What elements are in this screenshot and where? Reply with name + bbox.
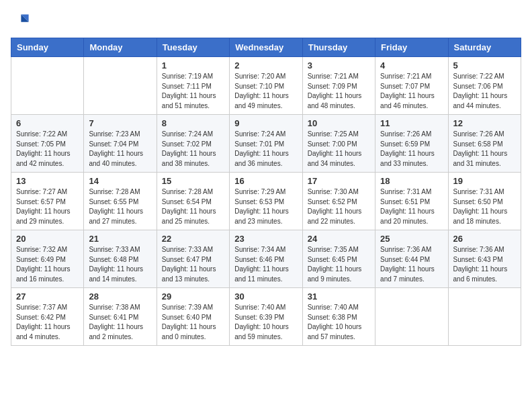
day-cell: 28Sunrise: 7:38 AMSunset: 6:41 PMDayligh… — [84, 288, 157, 346]
day-info: Sunrise: 7:26 AMSunset: 6:59 PMDaylight:… — [380, 130, 443, 169]
day-cell: 19Sunrise: 7:31 AMSunset: 6:50 PMDayligh… — [448, 173, 521, 230]
day-number: 21 — [89, 234, 151, 244]
day-info: Sunrise: 7:23 AMSunset: 7:04 PMDaylight:… — [89, 130, 151, 169]
weekday-header-sunday: Sunday — [11, 38, 84, 57]
week-row-2: 6Sunrise: 7:22 AMSunset: 7:05 PMDaylight… — [11, 115, 521, 173]
day-info: Sunrise: 7:36 AMSunset: 6:44 PMDaylight:… — [380, 245, 443, 284]
day-number: 3 — [308, 60, 370, 71]
day-number: 4 — [380, 60, 443, 71]
day-number: 13 — [16, 176, 79, 186]
day-number: 24 — [308, 234, 370, 244]
day-cell: 15Sunrise: 7:28 AMSunset: 6:54 PMDayligh… — [157, 173, 229, 230]
weekday-header-wednesday: Wednesday — [230, 38, 302, 57]
day-info: Sunrise: 7:31 AMSunset: 6:51 PMDaylight:… — [380, 187, 443, 226]
day-info: Sunrise: 7:21 AMSunset: 7:07 PMDaylight:… — [380, 72, 443, 111]
day-cell: 13Sunrise: 7:27 AMSunset: 6:57 PMDayligh… — [11, 173, 84, 230]
day-cell: 22Sunrise: 7:33 AMSunset: 6:47 PMDayligh… — [157, 230, 229, 288]
day-cell: 25Sunrise: 7:36 AMSunset: 6:44 PMDayligh… — [375, 230, 448, 288]
day-info: Sunrise: 7:29 AMSunset: 6:53 PMDaylight:… — [234, 187, 297, 226]
day-info: Sunrise: 7:27 AMSunset: 6:57 PMDaylight:… — [16, 187, 79, 226]
day-cell: 31Sunrise: 7:40 AMSunset: 6:38 PMDayligh… — [302, 288, 375, 346]
day-number: 2 — [234, 60, 297, 71]
day-info: Sunrise: 7:20 AMSunset: 7:10 PMDaylight:… — [234, 72, 297, 111]
day-number: 22 — [162, 234, 224, 244]
day-info: Sunrise: 7:34 AMSunset: 6:46 PMDaylight:… — [234, 245, 297, 284]
week-row-5: 27Sunrise: 7:37 AMSunset: 6:42 PMDayligh… — [11, 288, 521, 346]
day-info: Sunrise: 7:33 AMSunset: 6:47 PMDaylight:… — [162, 245, 224, 284]
day-info: Sunrise: 7:28 AMSunset: 6:55 PMDaylight:… — [89, 187, 151, 226]
day-cell — [11, 57, 84, 115]
day-info: Sunrise: 7:19 AMSunset: 7:11 PMDaylight:… — [162, 72, 224, 111]
day-cell: 18Sunrise: 7:31 AMSunset: 6:51 PMDayligh… — [375, 173, 448, 230]
day-number: 15 — [162, 176, 224, 186]
day-info: Sunrise: 7:21 AMSunset: 7:09 PMDaylight:… — [308, 72, 370, 111]
day-number: 8 — [162, 118, 224, 128]
weekday-header-thursday: Thursday — [302, 38, 375, 57]
day-cell: 23Sunrise: 7:34 AMSunset: 6:46 PMDayligh… — [230, 230, 302, 288]
day-cell — [84, 57, 157, 115]
day-number: 12 — [453, 118, 516, 128]
day-number: 29 — [162, 291, 224, 302]
day-cell: 5Sunrise: 7:22 AMSunset: 7:06 PMDaylight… — [448, 57, 521, 115]
day-number: 18 — [380, 176, 443, 186]
day-number: 14 — [89, 176, 151, 186]
day-info: Sunrise: 7:35 AMSunset: 6:45 PMDaylight:… — [308, 245, 370, 284]
day-number: 1 — [162, 60, 224, 71]
day-number: 7 — [89, 118, 151, 128]
week-row-3: 13Sunrise: 7:27 AMSunset: 6:57 PMDayligh… — [11, 173, 521, 230]
day-number: 10 — [308, 118, 370, 128]
day-number: 9 — [234, 118, 297, 128]
day-cell: 6Sunrise: 7:22 AMSunset: 7:05 PMDaylight… — [11, 115, 84, 173]
day-cell: 14Sunrise: 7:28 AMSunset: 6:55 PMDayligh… — [84, 173, 157, 230]
day-cell: 8Sunrise: 7:24 AMSunset: 7:02 PMDaylight… — [157, 115, 229, 173]
day-cell: 27Sunrise: 7:37 AMSunset: 6:42 PMDayligh… — [11, 288, 84, 346]
day-info: Sunrise: 7:40 AMSunset: 6:39 PMDaylight:… — [234, 303, 297, 342]
day-cell: 26Sunrise: 7:36 AMSunset: 6:43 PMDayligh… — [448, 230, 521, 288]
day-number: 28 — [89, 291, 151, 302]
weekday-header-friday: Friday — [375, 38, 448, 57]
day-info: Sunrise: 7:33 AMSunset: 6:48 PMDaylight:… — [89, 245, 151, 284]
day-cell: 1Sunrise: 7:19 AMSunset: 7:11 PMDaylight… — [157, 57, 229, 115]
weekday-header-tuesday: Tuesday — [157, 38, 229, 57]
calendar: SundayMondayTuesdayWednesdayThursdayFrid… — [11, 38, 521, 346]
day-info: Sunrise: 7:24 AMSunset: 7:01 PMDaylight:… — [234, 130, 297, 169]
day-cell: 30Sunrise: 7:40 AMSunset: 6:39 PMDayligh… — [230, 288, 302, 346]
day-info: Sunrise: 7:39 AMSunset: 6:40 PMDaylight:… — [162, 303, 224, 342]
day-number: 11 — [380, 118, 443, 128]
day-cell — [375, 288, 448, 346]
day-info: Sunrise: 7:38 AMSunset: 6:41 PMDaylight:… — [89, 303, 151, 342]
day-number: 23 — [234, 234, 297, 244]
day-cell: 29Sunrise: 7:39 AMSunset: 6:40 PMDayligh… — [157, 288, 229, 346]
day-cell: 12Sunrise: 7:26 AMSunset: 6:58 PMDayligh… — [448, 115, 521, 173]
day-number: 26 — [453, 234, 516, 244]
day-number: 31 — [308, 291, 370, 302]
day-cell: 7Sunrise: 7:23 AMSunset: 7:04 PMDaylight… — [84, 115, 157, 173]
day-cell — [448, 288, 521, 346]
logo-icon — [11, 11, 30, 30]
day-info: Sunrise: 7:25 AMSunset: 7:00 PMDaylight:… — [308, 130, 370, 169]
day-info: Sunrise: 7:36 AMSunset: 6:43 PMDaylight:… — [453, 245, 516, 284]
page-header — [11, 11, 521, 30]
day-cell: 17Sunrise: 7:30 AMSunset: 6:52 PMDayligh… — [302, 173, 375, 230]
weekday-header-saturday: Saturday — [448, 38, 521, 57]
day-number: 16 — [234, 176, 297, 186]
day-cell: 2Sunrise: 7:20 AMSunset: 7:10 PMDaylight… — [230, 57, 302, 115]
day-info: Sunrise: 7:26 AMSunset: 6:58 PMDaylight:… — [453, 130, 516, 169]
day-number: 19 — [453, 176, 516, 186]
day-info: Sunrise: 7:32 AMSunset: 6:49 PMDaylight:… — [16, 245, 79, 284]
day-cell: 10Sunrise: 7:25 AMSunset: 7:00 PMDayligh… — [302, 115, 375, 173]
day-cell: 21Sunrise: 7:33 AMSunset: 6:48 PMDayligh… — [84, 230, 157, 288]
day-cell: 9Sunrise: 7:24 AMSunset: 7:01 PMDaylight… — [230, 115, 302, 173]
weekday-header-row: SundayMondayTuesdayWednesdayThursdayFrid… — [11, 38, 521, 57]
day-number: 30 — [234, 291, 297, 302]
day-info: Sunrise: 7:31 AMSunset: 6:50 PMDaylight:… — [453, 187, 516, 226]
day-cell: 24Sunrise: 7:35 AMSunset: 6:45 PMDayligh… — [302, 230, 375, 288]
day-info: Sunrise: 7:22 AMSunset: 7:05 PMDaylight:… — [16, 130, 79, 169]
day-number: 27 — [16, 291, 79, 302]
day-cell: 11Sunrise: 7:26 AMSunset: 6:59 PMDayligh… — [375, 115, 448, 173]
day-number: 17 — [308, 176, 370, 186]
week-row-1: 1Sunrise: 7:19 AMSunset: 7:11 PMDaylight… — [11, 57, 521, 115]
day-info: Sunrise: 7:22 AMSunset: 7:06 PMDaylight:… — [453, 72, 516, 111]
day-info: Sunrise: 7:28 AMSunset: 6:54 PMDaylight:… — [162, 187, 224, 226]
day-number: 25 — [380, 234, 443, 244]
